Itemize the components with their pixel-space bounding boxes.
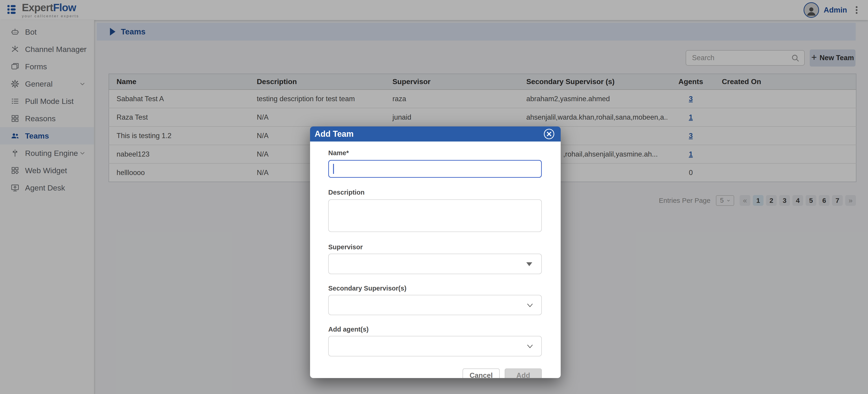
supervisor-select[interactable] — [328, 254, 542, 274]
secondary-supervisor-label: Secondary Supervisor(s) — [328, 285, 542, 292]
chevron-down-icon — [526, 301, 534, 309]
chevron-down-icon — [526, 342, 534, 350]
add-button[interactable]: Add — [505, 368, 542, 378]
add-agents-label: Add agent(s) — [328, 326, 542, 333]
add-team-modal: Add Team Name* Description Supervisor Se… — [310, 126, 561, 378]
cancel-button[interactable]: Cancel — [463, 368, 500, 378]
description-label: Description — [328, 189, 542, 196]
supervisor-label: Supervisor — [328, 243, 542, 251]
team-description-textarea[interactable] — [328, 199, 542, 232]
text-cursor — [333, 164, 334, 174]
secondary-supervisor-select[interactable] — [328, 295, 542, 315]
close-icon[interactable] — [544, 128, 555, 140]
modal-header: Add Team — [310, 126, 561, 142]
name-label: Name* — [328, 149, 542, 157]
add-agents-select[interactable] — [328, 336, 542, 357]
team-name-input[interactable] — [328, 160, 542, 178]
caret-down-icon — [526, 262, 532, 266]
modal-title: Add Team — [315, 129, 353, 139]
